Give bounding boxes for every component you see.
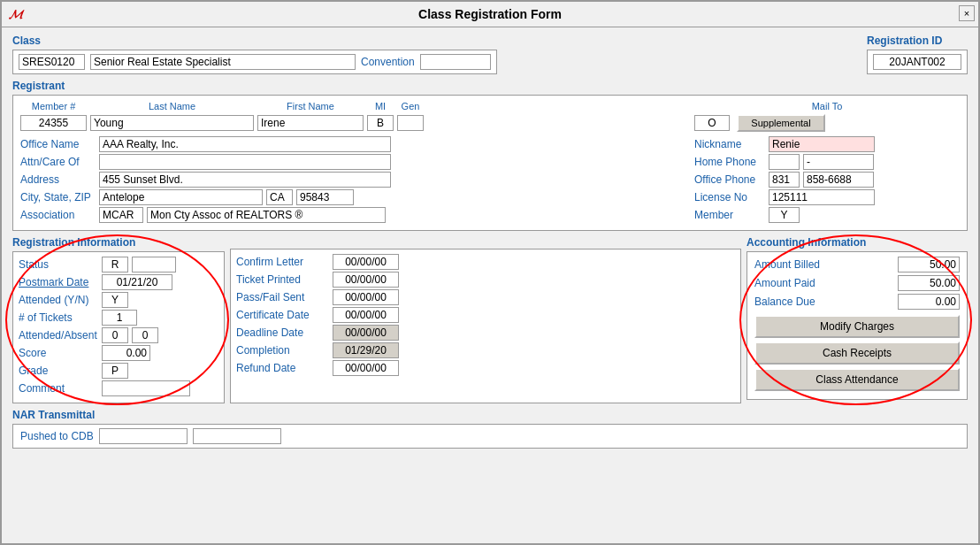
attended-row: Attended (Y/N) bbox=[19, 292, 218, 308]
close-button[interactable]: × bbox=[959, 5, 975, 21]
deadline-label: Deadline Date bbox=[236, 326, 329, 339]
registrant-label: Registrant bbox=[12, 80, 968, 92]
modify-charges-button[interactable]: Modify Charges bbox=[754, 315, 960, 338]
registration-id-section: Registration ID bbox=[867, 35, 968, 74]
ticket-input[interactable] bbox=[333, 272, 399, 288]
nar-value1-input[interactable] bbox=[99, 428, 188, 444]
postmark-row: Postmark Date bbox=[19, 274, 218, 290]
accounting-section: Accounting Information Amount Billed Amo… bbox=[746, 236, 968, 403]
deadline-input[interactable] bbox=[333, 325, 399, 341]
pass-fail-label: Pass/Fail Sent bbox=[236, 291, 329, 303]
spacer bbox=[230, 236, 741, 249]
attended-input2[interactable] bbox=[102, 327, 128, 343]
cert-input[interactable] bbox=[333, 307, 399, 323]
refund-input[interactable] bbox=[333, 360, 399, 376]
office-phone-num-input[interactable] bbox=[803, 172, 874, 188]
pass-fail-input[interactable] bbox=[333, 289, 399, 305]
balance-row: Balance Due bbox=[754, 294, 960, 310]
license-input[interactable] bbox=[769, 189, 875, 205]
grade-row: Grade bbox=[19, 363, 218, 379]
balance-input[interactable] bbox=[898, 294, 960, 310]
attended-input[interactable] bbox=[102, 292, 128, 308]
city-row: City, State, ZIP bbox=[20, 189, 691, 205]
member-number-input[interactable] bbox=[20, 115, 87, 131]
registrant-box: Member # Last Name First Name MI Gen Mai… bbox=[12, 95, 968, 231]
tickets-input[interactable] bbox=[102, 310, 137, 326]
convention-input[interactable] bbox=[420, 54, 491, 70]
office-name-label: Office Name bbox=[20, 138, 96, 150]
mail-to-col-label: Mail To bbox=[812, 101, 843, 111]
left-data bbox=[20, 115, 691, 131]
reg-id-label: Registration ID bbox=[867, 35, 968, 47]
left-headers: Member # Last Name First Name MI Gen bbox=[20, 101, 691, 111]
score-input[interactable] bbox=[102, 345, 150, 361]
member-label2: Member bbox=[694, 209, 765, 221]
tickets-label: # of Tickets bbox=[19, 311, 98, 324]
confirm-input[interactable] bbox=[333, 254, 399, 270]
absent-input[interactable] bbox=[132, 327, 158, 343]
class-name-input[interactable] bbox=[90, 54, 356, 70]
completion-input[interactable] bbox=[333, 342, 399, 358]
attended-label: Attended (Y/N) bbox=[19, 294, 98, 306]
home-phone-num-input[interactable] bbox=[803, 154, 874, 170]
paid-row: Amount Paid bbox=[754, 275, 960, 291]
assoc-name-input[interactable] bbox=[147, 207, 386, 223]
gen-input[interactable] bbox=[397, 115, 424, 131]
supplemental-button[interactable]: Supplemental bbox=[737, 114, 825, 132]
address-row: Address bbox=[20, 172, 691, 188]
city-input[interactable] bbox=[99, 189, 263, 205]
postmark-input[interactable] bbox=[102, 274, 172, 290]
office-phone-label: Office Phone bbox=[694, 173, 765, 186]
office-phone-area-input[interactable] bbox=[769, 172, 800, 188]
reg-id-input[interactable] bbox=[873, 54, 961, 70]
last-name-input[interactable] bbox=[90, 115, 254, 131]
completion-label: Completion bbox=[236, 344, 329, 357]
nickname-row: Nickname bbox=[694, 136, 960, 152]
first-name-input[interactable] bbox=[257, 115, 364, 131]
nickname-input[interactable] bbox=[769, 136, 875, 152]
registration-info-section: Registration Information Status Postmark… bbox=[12, 236, 225, 403]
mi-input[interactable] bbox=[367, 115, 394, 131]
assoc-code-input[interactable] bbox=[99, 207, 143, 223]
home-phone-area-input[interactable] bbox=[769, 154, 800, 170]
mi-col-label: MI bbox=[367, 101, 394, 111]
paid-input[interactable] bbox=[898, 275, 960, 291]
grade-input[interactable] bbox=[102, 363, 128, 379]
attn-label: Attn/Care Of bbox=[20, 156, 96, 168]
city-label: City, State, ZIP bbox=[20, 191, 96, 203]
state-input[interactable] bbox=[266, 189, 293, 205]
status-input2[interactable] bbox=[132, 257, 176, 272]
attn-input[interactable] bbox=[99, 154, 391, 170]
reg-info-box: Status Postmark Date Attended (Y/N) # of… bbox=[12, 251, 225, 403]
zip-input[interactable] bbox=[296, 189, 354, 205]
assoc-label: Association bbox=[20, 209, 96, 221]
nickname-label: Nickname bbox=[694, 138, 765, 150]
paid-label: Amount Paid bbox=[754, 277, 894, 289]
class-code-input[interactable] bbox=[19, 54, 85, 70]
content-area: Class Convention Registration ID Registr… bbox=[2, 27, 978, 456]
nar-value2-input[interactable] bbox=[193, 428, 281, 444]
refund-label: Refund Date bbox=[236, 362, 329, 374]
status-label: Status bbox=[19, 258, 98, 271]
cert-date-row: Certificate Date bbox=[236, 307, 735, 323]
class-box: Convention bbox=[12, 50, 497, 74]
grade-label: Grade bbox=[19, 365, 98, 377]
mail-to-input[interactable] bbox=[694, 115, 730, 131]
ticket-label: Ticket Printed bbox=[236, 273, 329, 286]
home-phone-label: Home Phone bbox=[694, 156, 765, 168]
billed-input[interactable] bbox=[898, 257, 960, 272]
status-row: Status bbox=[19, 257, 218, 272]
nar-box: Pushed to CDB bbox=[12, 424, 968, 449]
office-name-input[interactable] bbox=[99, 136, 391, 152]
address-label: Address bbox=[20, 173, 96, 186]
cash-receipts-button[interactable]: Cash Receipts bbox=[754, 342, 960, 365]
top-row: Class Convention Registration ID bbox=[12, 35, 968, 74]
nar-section: NAR Transmittal Pushed to CDB bbox=[12, 409, 968, 449]
class-attendance-button[interactable]: Class Attendance bbox=[754, 368, 960, 391]
comment-input[interactable] bbox=[102, 380, 190, 396]
address-input[interactable] bbox=[99, 172, 391, 188]
bottom-sections: Registration Information Status Postmark… bbox=[12, 236, 968, 403]
status-input[interactable] bbox=[102, 257, 128, 272]
member-value-input[interactable] bbox=[769, 207, 800, 223]
registrant-header: Member # Last Name First Name MI Gen Mai… bbox=[20, 101, 960, 111]
